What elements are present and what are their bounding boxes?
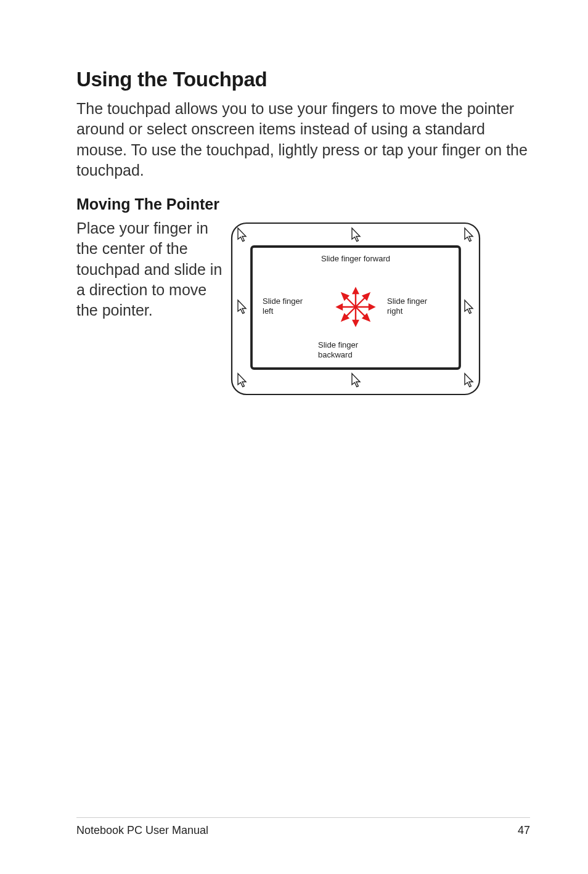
intro-paragraph: The touchpad allows you to use your fing…: [76, 99, 530, 181]
label-left-line2: left: [263, 306, 274, 316]
pointer-row: Place your finger in the center of the t…: [76, 218, 530, 397]
section-heading: Using the Touchpad: [76, 68, 530, 91]
cursor-icon: [465, 228, 473, 242]
direction-arrows-icon: [337, 288, 374, 325]
label-back-line1: Slide finger: [318, 340, 359, 349]
label-left-line1: Slide finger: [263, 296, 303, 306]
label-back-line2: backward: [318, 350, 353, 359]
label-right-line1: Slide finger: [387, 296, 428, 306]
svg-marker-15: [337, 304, 342, 309]
cursor-icon: [238, 228, 246, 242]
svg-marker-3: [353, 288, 358, 293]
page-number: 47: [518, 824, 530, 837]
cursor-icon: [465, 300, 473, 314]
svg-marker-11: [353, 321, 358, 325]
page-footer: Notebook PC User Manual 47: [76, 817, 530, 837]
cursor-icon: [238, 374, 246, 387]
touchpad-diagram: Slide finger forward Slide finger left S…: [229, 221, 482, 397]
pointer-instructions: Place your finger in the center of the t…: [76, 218, 229, 321]
page: Using the Touchpad The touchpad allows y…: [0, 0, 588, 874]
cursor-icon: [352, 374, 360, 387]
label-forward: Slide finger forward: [321, 254, 390, 263]
cursor-icon: [465, 374, 473, 387]
svg-marker-7: [369, 304, 374, 309]
subsection-heading: Moving The Pointer: [76, 195, 530, 213]
label-right-line2: right: [387, 306, 403, 316]
footer-title: Notebook PC User Manual: [76, 824, 208, 837]
cursor-icon: [352, 228, 360, 242]
cursor-icon: [238, 300, 246, 314]
